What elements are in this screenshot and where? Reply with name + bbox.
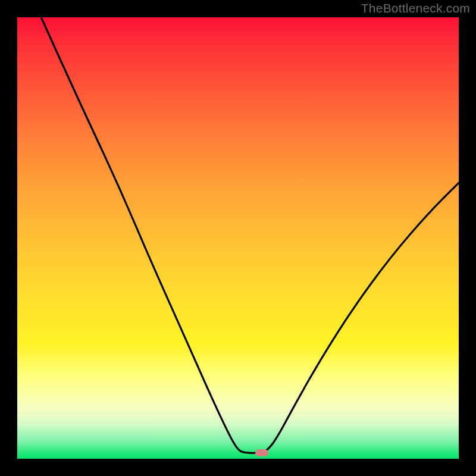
optimal-marker bbox=[255, 449, 268, 456]
chart-frame: TheBottleneck.com bbox=[0, 0, 476, 476]
plot-area bbox=[17, 17, 459, 459]
gradient-background bbox=[17, 17, 459, 459]
watermark-text: TheBottleneck.com bbox=[361, 1, 470, 15]
